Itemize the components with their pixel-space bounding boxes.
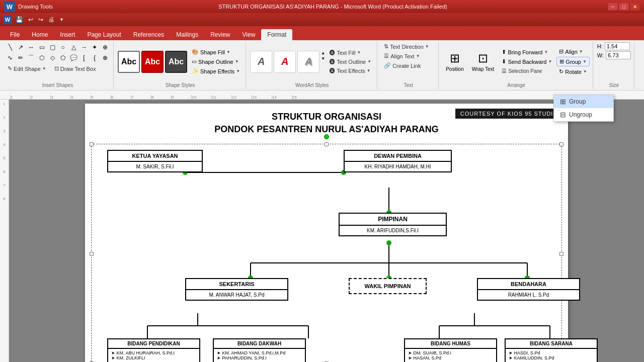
text-fill-btn[interactable]: 🅐 Text Fill ▼ xyxy=(327,49,374,57)
shapes-grid: ╲ ↗ ↔ ▭ ▢ ○ △ → ✦ ⊕ ∿ ✏ ⌒ ⬡ ◇ ⬠ 💬 [ { ⊗ xyxy=(5,42,110,63)
sekertaris-name: M. ANWAR HAJAT, S.Pd xyxy=(186,290,287,300)
wrap-text-btn[interactable]: ⊡ Wrap Text xyxy=(469,50,498,73)
wordart-styles-label: WordArt Styles xyxy=(247,82,377,88)
group-text: ⇅ Text Direction ▼ ☰ Align Text ▼ 🔗 Crea… xyxy=(378,41,439,89)
print-qa-btn[interactable]: 🖨 xyxy=(47,16,56,23)
group-btn[interactable]: ⊞ Group ▼ xyxy=(556,57,590,66)
shape-effects-btn[interactable]: ✨ Shape Effects ▼ xyxy=(189,67,243,75)
group-arrange: ⊞ Position ⊡ Wrap Text ⬆ Bring Forward ▼ xyxy=(440,41,593,89)
shape-doublearrow[interactable]: ↔ xyxy=(26,42,36,52)
shape-curve[interactable]: ∿ xyxy=(5,53,15,63)
document-area: COURTESY OF KIOS 95 STUDIO STRUKTUR ORGA… xyxy=(9,100,644,362)
shape-diamond[interactable]: ◇ xyxy=(47,53,57,63)
shape-connector[interactable]: ⌒ xyxy=(26,53,36,63)
ungroup-menu-item[interactable]: ⊟ Ungroup xyxy=(554,108,613,121)
close-button[interactable]: ✕ xyxy=(630,3,640,11)
wordart-style-1[interactable]: A xyxy=(250,51,272,73)
shape-styles-label: Shape Styles xyxy=(115,82,246,88)
wordart-style-3[interactable]: A xyxy=(297,51,319,73)
group-size: H: W: Size xyxy=(594,41,634,89)
selection-pane-btn[interactable]: ☰ Selection Pane xyxy=(499,67,554,75)
window-title: STRUKTUR ORGANISASI AS'ADIYAH PARANG - M… xyxy=(58,4,608,10)
rotation-handle[interactable] xyxy=(324,134,329,139)
humas-title: BIDANG HUMAS xyxy=(405,339,496,349)
shape-outline-btn[interactable]: ▭ Shape Outline ▼ xyxy=(189,57,243,66)
shape-star[interactable]: ✦ xyxy=(90,42,100,52)
rotate-btn[interactable]: ↻ Rotate ▼ xyxy=(556,67,590,76)
maximize-button[interactable]: □ xyxy=(619,3,629,11)
shape-bracket2[interactable]: { xyxy=(90,53,100,63)
bring-forward-btn[interactable]: ⬆ Bring Forward ▼ xyxy=(499,48,554,56)
dakwah-title: BIDANG DAKWAH xyxy=(214,339,305,349)
org-chart-container: KETUA YAYASAN M. SAKIR, S.Fil.I DEWAN PE… xyxy=(97,145,556,362)
shape-bracketleft[interactable]: [ xyxy=(79,53,89,63)
shape-style-2[interactable]: Abc xyxy=(141,51,164,73)
shape-callout[interactable]: 💬 xyxy=(68,53,78,63)
link-icon: 🔗 xyxy=(384,62,391,69)
shape-freeform[interactable]: ✏ xyxy=(16,53,26,63)
edit-shape-button[interactable]: ✎ Edit Shape ▼ xyxy=(5,64,49,73)
tab-mailings[interactable]: Mailings xyxy=(170,29,204,40)
text-direction-btn[interactable]: ⇅ Text Direction ▼ xyxy=(381,42,432,51)
shape-fill-btn[interactable]: 🎨 Shape Fill ▼ xyxy=(189,48,243,56)
width-input[interactable] xyxy=(606,51,631,59)
ketua-name: M. SAKIR, S.Fil.I xyxy=(108,162,202,171)
shape-more[interactable]: ⊕ xyxy=(100,42,110,52)
tab-insert[interactable]: Insert xyxy=(54,29,81,40)
outline-icon: ▭ xyxy=(192,58,197,65)
shape-misc[interactable]: ⊗ xyxy=(100,53,110,63)
tab-references[interactable]: References xyxy=(127,29,170,40)
position-btn[interactable]: ⊞ Position xyxy=(443,50,467,73)
dakwah-members: ➤ KM. AHMAD YANI, S.Pd.i,M.Pd ➤ PAHARUDD… xyxy=(214,349,305,362)
sekertaris-title: SEKERTARIS xyxy=(186,279,287,290)
wordart-scroll-up[interactable]: ▲ xyxy=(321,51,325,55)
shape-triangle[interactable]: △ xyxy=(68,42,78,52)
minimize-button[interactable]: ─ xyxy=(608,3,618,11)
align-btn[interactable]: ⊟ Align ▼ xyxy=(556,47,590,56)
shape-rect[interactable]: ▭ xyxy=(37,42,47,52)
shape-style-1[interactable]: Abc xyxy=(118,51,140,73)
wakil-box: WAKIL PIMPINAN xyxy=(349,278,427,294)
tab-file[interactable]: File xyxy=(4,29,26,40)
shape-arrow[interactable]: ↗ xyxy=(16,42,26,52)
shape-style-3[interactable]: Abc xyxy=(165,51,187,73)
document-page: COURTESY OF KIOS 95 STUDIO STRUKTUR ORGA… xyxy=(85,104,568,362)
shape-oval[interactable]: ○ xyxy=(58,42,68,52)
save-qa-btn[interactable]: 💾 xyxy=(14,16,25,23)
wordart-scroll-down[interactable]: ▼ xyxy=(321,56,325,61)
pimpinan-title: PIMPINAN xyxy=(340,214,446,226)
bendahara-title: BENDAHARA xyxy=(478,279,579,290)
more-qa-btn[interactable]: ▼ xyxy=(58,17,65,22)
shape-pentagon[interactable]: ⬠ xyxy=(58,53,68,63)
shape-roundrect[interactable]: ▢ xyxy=(47,42,57,52)
word-icon: W xyxy=(4,1,15,12)
height-input[interactable] xyxy=(605,42,630,50)
tab-view[interactable]: View xyxy=(236,29,262,40)
shape-hexagon[interactable]: ⬡ xyxy=(37,53,47,63)
text-effects-btn[interactable]: 🅐 Text Effects ▼ xyxy=(327,67,374,75)
tab-home[interactable]: Home xyxy=(26,29,54,40)
tab-format[interactable]: Format xyxy=(261,29,292,40)
arrange-group-label: Arrange xyxy=(440,82,593,88)
send-backward-btn[interactable]: ⬇ Send Backward ▼ xyxy=(499,57,554,66)
group-shape-styles: Abc Abc Abc 🎨 Shape Fill ▼ ▭ Shape Outli… xyxy=(115,41,246,89)
tab-review[interactable]: Review xyxy=(204,29,236,40)
wrap-icon: ⊡ xyxy=(478,51,488,65)
shape-rtarrow[interactable]: → xyxy=(79,42,89,52)
fill-icon: 🎨 xyxy=(192,49,199,55)
text-outline-btn[interactable]: 🅐 Text Outline ▼ xyxy=(327,58,374,66)
group-menu-item[interactable]: ⊞ Group xyxy=(554,95,613,108)
align-text-btn[interactable]: ☰ Align Text ▼ xyxy=(381,52,422,60)
humas-members: ➤ DM. SUAIB, S.Pd.I ➤ HASAN, S.Pd xyxy=(405,349,496,362)
tab-page-layout[interactable]: Page Layout xyxy=(81,29,127,40)
group-menu-icon: ⊞ xyxy=(560,98,566,106)
wordart-style-2[interactable]: A xyxy=(274,51,296,73)
undo-qa-btn[interactable]: ↩ xyxy=(27,16,35,23)
word-logo: W xyxy=(3,15,12,24)
ruler: 1 2 3 4 5 6 7 8 9 10 11 12 13 14 15 xyxy=(0,90,644,100)
redo-qa-btn[interactable]: ↪ xyxy=(37,16,45,23)
sarana-members: ➤ HASDI, S.Pd ➤ KAMILUDDIN, S.Pd xyxy=(506,349,597,362)
create-link-btn[interactable]: 🔗 Create Link xyxy=(381,61,423,70)
draw-textbox-button[interactable]: ⊡ Draw Text Box xyxy=(52,64,99,73)
shape-line[interactable]: ╲ xyxy=(5,42,15,52)
